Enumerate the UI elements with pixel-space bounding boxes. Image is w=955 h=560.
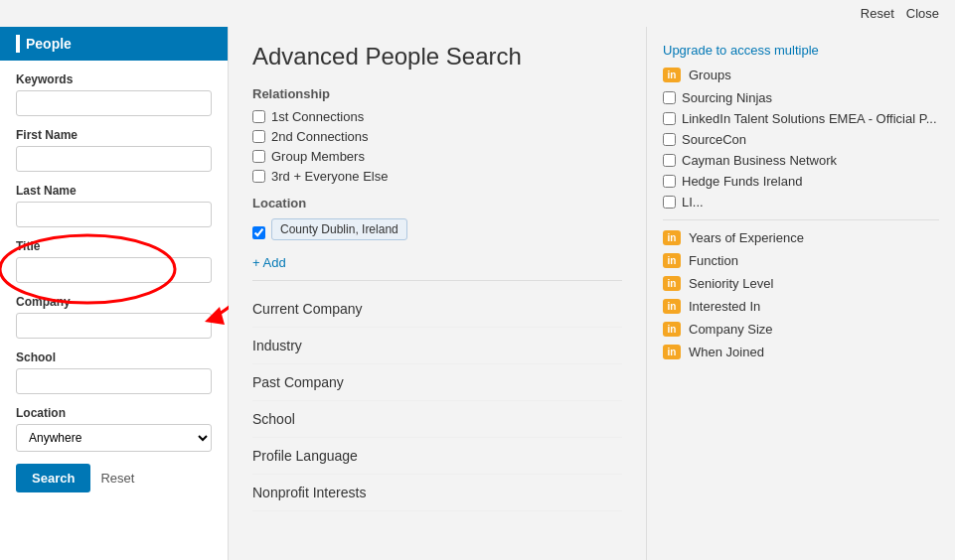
filter-nonprofit[interactable]: Nonprofit Interests <box>252 475 622 511</box>
function-item[interactable]: in Function <box>663 253 939 268</box>
hedge-funds-item: Hedge Funds Ireland <box>663 174 939 189</box>
sourcing-ninjas-label: Sourcing Ninjas <box>682 90 772 105</box>
filter-current-company[interactable]: Current Company <box>252 291 622 328</box>
title-group: Title <box>16 239 212 283</box>
relationship-label: Relationship <box>252 86 622 101</box>
keywords-group: Keywords <box>16 72 212 116</box>
sidebar-fields: Keywords First Name Last Name Title <box>0 61 228 504</box>
checkbox-2nd-input[interactable] <box>252 130 265 143</box>
filter-industry[interactable]: Industry <box>252 328 622 364</box>
close-top-link[interactable]: Close <box>906 6 939 21</box>
location-checkbox[interactable] <box>252 226 265 239</box>
sourcecon-label: SourceCon <box>682 132 746 147</box>
school-group: School <box>16 350 212 394</box>
sourcecon-item: SourceCon <box>663 132 939 147</box>
sourcing-ninjas-item: Sourcing Ninjas <box>663 90 939 105</box>
right-column: Upgrade to access multiple in Groups Sou… <box>647 27 955 560</box>
location-section: Location County Dublin, Ireland + Add <box>252 196 622 270</box>
li-checkbox[interactable] <box>663 196 676 209</box>
search-button[interactable]: Search <box>16 464 90 492</box>
checkbox-3rd: 3rd + Everyone Else <box>252 169 622 184</box>
keywords-label: Keywords <box>16 72 212 86</box>
checkbox-1st: 1st Connections <box>252 109 622 124</box>
filter-profile-language[interactable]: Profile Language <box>252 438 622 475</box>
li-label: LI... <box>682 195 704 210</box>
main-container: People Keywords First Name Last Name Tit… <box>0 27 955 560</box>
hedge-funds-checkbox[interactable] <box>663 175 676 188</box>
divider-1 <box>252 280 622 281</box>
firstname-group: First Name <box>16 128 212 172</box>
filter-school[interactable]: School <box>252 401 622 438</box>
top-bar: Reset Close <box>0 0 955 27</box>
location-tag: County Dublin, Ireland <box>271 218 407 240</box>
keywords-input[interactable] <box>16 90 212 116</box>
function-in-badge: in <box>663 253 681 268</box>
linkedin-talent-item: LinkedIn Talent Solutions EMEA - Officia… <box>663 111 939 126</box>
checkbox-group-members: Group Members <box>252 149 622 164</box>
firstname-label: First Name <box>16 128 212 142</box>
tab-indicator <box>16 35 20 53</box>
checkbox-3rd-input[interactable] <box>252 170 265 183</box>
linkedin-talent-label: LinkedIn Talent Solutions EMEA - Officia… <box>682 111 937 126</box>
cayman-checkbox[interactable] <box>663 154 676 167</box>
search-row: Search Reset <box>16 464 212 492</box>
interested-in-badge: in <box>663 299 681 314</box>
lastname-group: Last Name <box>16 184 212 227</box>
location-section-label: Location <box>252 196 622 210</box>
upgrade-link[interactable]: Upgrade to access multiple <box>663 43 939 58</box>
checkbox-group-members-label: Group Members <box>271 149 365 164</box>
years-experience-label: Years of Experience <box>689 230 804 245</box>
add-location-link[interactable]: + Add <box>252 255 286 270</box>
people-tab[interactable]: People <box>0 27 228 61</box>
groups-item[interactable]: in Groups <box>663 68 939 82</box>
years-experience-item[interactable]: in Years of Experience <box>663 230 939 245</box>
seniority-in-badge: in <box>663 276 681 291</box>
title-label: Title <box>16 239 212 253</box>
page-title: Advanced People Search <box>252 43 622 70</box>
company-group: Company <box>16 295 212 339</box>
filter-past-company[interactable]: Past Company <box>252 364 622 401</box>
checkbox-2nd-label: 2nd Connections <box>271 129 369 144</box>
lastname-label: Last Name <box>16 184 212 198</box>
sourcecon-checkbox[interactable] <box>663 133 676 146</box>
checkbox-group-members-input[interactable] <box>252 150 265 163</box>
right-divider <box>663 219 939 220</box>
linkedin-talent-checkbox[interactable] <box>663 112 676 125</box>
years-in-badge: in <box>663 230 681 245</box>
lastname-input[interactable] <box>16 202 212 227</box>
hedge-funds-label: Hedge Funds Ireland <box>682 174 802 189</box>
reset-top-link[interactable]: Reset <box>861 6 894 21</box>
middle-column: Advanced People Search Relationship 1st … <box>229 27 647 560</box>
title-field-container <box>16 257 212 283</box>
reset-button[interactable]: Reset <box>100 471 134 486</box>
checkbox-1st-input[interactable] <box>252 110 265 123</box>
company-size-in-badge: in <box>663 322 681 337</box>
when-joined-in-badge: in <box>663 345 681 359</box>
when-joined-item[interactable]: in When Joined <box>663 345 939 359</box>
seniority-level-label: Seniority Level <box>689 276 773 291</box>
location-tag-item: County Dublin, Ireland <box>252 218 622 246</box>
location-select[interactable]: Anywhere <box>16 424 212 452</box>
seniority-level-item[interactable]: in Seniority Level <box>663 276 939 291</box>
checkbox-2nd: 2nd Connections <box>252 129 622 144</box>
groups-label: Groups <box>689 68 731 82</box>
company-label: Company <box>16 295 212 309</box>
company-size-item[interactable]: in Company Size <box>663 322 939 337</box>
location-group: Location Anywhere <box>16 406 212 452</box>
interested-in-label: Interested In <box>689 299 760 314</box>
cayman-label: Cayman Business Network <box>682 153 837 168</box>
when-joined-label: When Joined <box>689 345 764 359</box>
title-input[interactable] <box>16 257 212 283</box>
checkbox-1st-label: 1st Connections <box>271 109 364 124</box>
interested-in-item[interactable]: in Interested In <box>663 299 939 314</box>
sidebar: People Keywords First Name Last Name Tit… <box>0 27 229 560</box>
sourcing-ninjas-checkbox[interactable] <box>663 91 676 104</box>
li-item: LI... <box>663 195 939 210</box>
sidebar-tab-label: People <box>26 36 72 52</box>
school-input[interactable] <box>16 368 212 394</box>
school-label: School <box>16 350 212 364</box>
function-label: Function <box>689 253 738 268</box>
groups-in-badge: in <box>663 68 681 82</box>
company-input[interactable] <box>16 313 212 339</box>
firstname-input[interactable] <box>16 146 212 172</box>
